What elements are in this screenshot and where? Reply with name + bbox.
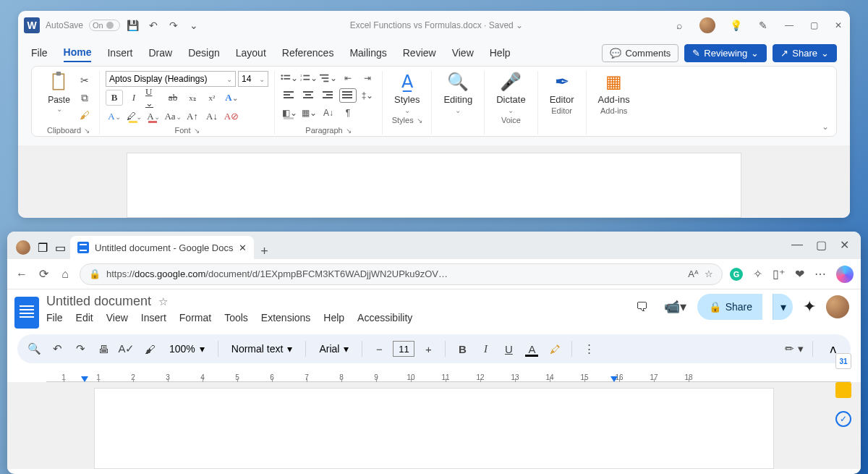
sort-button[interactable]: A↓ (320, 106, 337, 120)
docs-menu-insert[interactable]: Insert (141, 312, 166, 323)
menu-design[interactable]: Design (188, 44, 220, 62)
docs-menu-extensions[interactable]: Extensions (261, 312, 310, 323)
docs-page[interactable] (94, 388, 774, 469)
tasks-icon[interactable]: ✓ (835, 411, 851, 427)
format-painter-icon[interactable]: 🖌 (77, 109, 92, 122)
para-launcher-icon[interactable]: ↘ (346, 127, 352, 135)
show-marks-button[interactable]: ¶ (339, 106, 357, 120)
copy-icon[interactable]: ⧉ (77, 91, 92, 104)
shading-button[interactable]: ◧⌄ (281, 106, 298, 120)
grammarly-icon[interactable]: G (730, 268, 743, 281)
maximize-button[interactable]: ▢ (808, 20, 820, 30)
collapse-ribbon-icon[interactable]: ⌄ (822, 122, 829, 132)
more-icon[interactable]: ⋯ (814, 267, 826, 281)
refresh-button[interactable]: ⟳ (36, 267, 51, 281)
bold-button[interactable]: B (106, 90, 123, 106)
docs-menu-format[interactable]: Format (179, 312, 211, 323)
underline-button[interactable]: U (499, 339, 518, 359)
superscript-button[interactable]: x² (203, 90, 221, 106)
line-spacing-button[interactable]: ‡⌄ (359, 88, 376, 103)
highlight-color-button[interactable]: 🖊⌄ (125, 109, 142, 124)
browser-tab[interactable]: Untitled document - Google Docs ✕ (70, 236, 254, 259)
styles-button[interactable]: A̲ Styles⌄ (388, 71, 425, 114)
text-color-button[interactable]: A (522, 339, 541, 359)
docs-menu-tools[interactable]: Tools (224, 312, 248, 323)
docs-menu-file[interactable]: File (46, 312, 63, 323)
track-changes-button[interactable]: ✎ Reviewing ⌄ (684, 44, 767, 62)
menu-mailings[interactable]: Mailings (349, 44, 386, 62)
editing-button[interactable]: 🔍 Editing⌄ (438, 71, 478, 114)
new-tab-button[interactable]: + (254, 244, 274, 259)
back-button[interactable]: ← (14, 268, 29, 281)
text-effects-button[interactable]: A⌄ (223, 90, 240, 106)
lightbulb-icon[interactable]: 💡 (728, 19, 743, 32)
docs-menu-edit[interactable]: Edit (76, 312, 93, 323)
edit-mode-button[interactable]: ✏ ▾ (785, 339, 804, 359)
search-icon[interactable]: ⌕ (672, 19, 686, 32)
font-name-combo[interactable]: Aptos Display (Headings)⌄ (106, 71, 236, 87)
home-button[interactable]: ⌂ (58, 268, 72, 281)
align-right-button[interactable] (320, 88, 337, 103)
gemini-icon[interactable]: ✦ (803, 297, 816, 316)
increase-indent-button[interactable]: ⇥ (359, 71, 376, 85)
font-family-select[interactable]: Arial ▾ (313, 343, 354, 355)
save-icon[interactable]: 💾 (126, 19, 140, 32)
menu-help[interactable]: Help (490, 44, 511, 62)
tab-actions-icon[interactable]: ▭ (55, 241, 66, 255)
font-color-button[interactable]: A⌄ (145, 109, 162, 124)
favorite-icon[interactable]: ☆ (705, 268, 713, 279)
close-button[interactable]: ✕ (840, 238, 849, 252)
text-highlight-button[interactable]: A⌄ (106, 109, 123, 124)
menu-draw[interactable]: Draw (148, 44, 172, 62)
menu-layout[interactable]: Layout (236, 44, 266, 62)
redo-button[interactable]: ↷ (71, 339, 90, 359)
change-case-button[interactable]: Aa⌄ (164, 109, 182, 124)
menu-home[interactable]: Home (64, 43, 92, 62)
italic-button[interactable]: I (125, 90, 142, 106)
bold-button[interactable]: B (453, 339, 472, 359)
justify-button[interactable] (339, 88, 357, 103)
autosave-toggle[interactable]: On (89, 20, 120, 31)
bullets-button[interactable]: ⌄ (281, 71, 298, 85)
clear-format-button[interactable]: A⊘ (223, 109, 240, 124)
calendar-icon[interactable]: 31 (835, 353, 851, 369)
strike-button[interactable]: ab (164, 90, 182, 106)
meet-icon[interactable]: 📹▾ (664, 295, 687, 318)
more-format-button[interactable]: ⋮ (579, 339, 598, 359)
align-center-button[interactable] (300, 88, 318, 103)
docs-share-button[interactable]: 🔒 Share (697, 294, 762, 320)
increase-font-button[interactable]: + (419, 339, 438, 359)
comment-history-icon[interactable]: 🗨 (631, 295, 654, 318)
numbering-button[interactable]: 12⌄ (300, 71, 318, 85)
profile-avatar[interactable] (16, 240, 30, 255)
share-button[interactable]: ↗ Share ⌄ (773, 44, 837, 62)
workspaces-icon[interactable]: ❐ (38, 241, 48, 255)
extensions-icon[interactable]: ✧ (753, 267, 762, 281)
cut-icon[interactable]: ✂ (77, 74, 92, 87)
comments-button[interactable]: 💬 Comments (602, 44, 678, 62)
search-menus-icon[interactable]: 🔍 (25, 339, 43, 359)
dictate-button[interactable]: 🎤 Dictate⌄ (490, 71, 531, 114)
menu-insert[interactable]: Insert (107, 44, 132, 62)
font-launcher-icon[interactable]: ↘ (194, 127, 200, 135)
undo-button[interactable]: ↶ (48, 339, 67, 359)
font-size-combo[interactable]: 14⌄ (238, 71, 268, 87)
collections-icon[interactable]: ▯⁺ (773, 267, 785, 281)
account-avatar[interactable] (826, 295, 849, 318)
docs-menu-accessibility[interactable]: Accessibility (357, 312, 412, 323)
health-icon[interactable]: ❤ (795, 267, 804, 281)
maximize-button[interactable]: ▢ (816, 238, 827, 252)
indent-marker-right-icon[interactable] (610, 376, 618, 382)
spellcheck-button[interactable]: A✓ (117, 339, 136, 359)
borders-button[interactable]: ▦⌄ (300, 106, 318, 120)
shrink-font-button[interactable]: A↓ (203, 109, 221, 124)
align-left-button[interactable] (281, 88, 298, 103)
multilevel-button[interactable]: ⌄ (320, 71, 337, 85)
decrease-font-button[interactable]: − (370, 339, 388, 359)
keep-icon[interactable] (835, 382, 851, 398)
paint-format-button[interactable]: 🖌 (140, 339, 159, 359)
decrease-indent-button[interactable]: ⇤ (339, 71, 357, 85)
indent-marker-left-icon[interactable] (81, 376, 88, 382)
copilot-icon[interactable] (836, 266, 854, 283)
docs-logo-icon[interactable] (14, 297, 39, 329)
